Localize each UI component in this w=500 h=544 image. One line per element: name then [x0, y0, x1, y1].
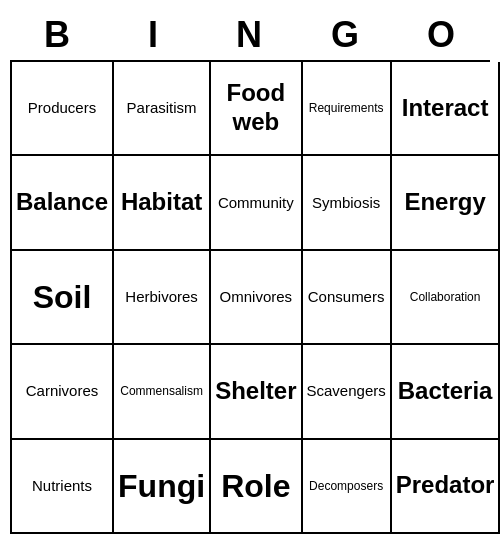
cell-text: Shelter — [215, 377, 296, 406]
cell-text: Symbiosis — [312, 194, 380, 212]
bingo-cell: Carnivores — [12, 345, 114, 439]
cell-text: Energy — [404, 188, 485, 217]
bingo-cell: Requirements — [303, 62, 392, 156]
cell-text: Carnivores — [26, 382, 99, 400]
bingo-cell: Parasitism — [114, 62, 211, 156]
cell-text: Predator — [396, 471, 495, 500]
header-letter: G — [298, 10, 394, 60]
header-letter: I — [106, 10, 202, 60]
cell-text: Scavengers — [307, 382, 386, 400]
cell-text: Commensalism — [120, 384, 203, 398]
bingo-cell: Balance — [12, 156, 114, 250]
bingo-cell: Role — [211, 440, 302, 534]
cell-text: Bacteria — [398, 377, 493, 406]
header-letter: O — [394, 10, 490, 60]
bingo-grid: ProducersParasitismFood webRequirementsI… — [10, 60, 490, 534]
bingo-cell: Collaboration — [392, 251, 500, 345]
bingo-cell: Interact — [392, 62, 500, 156]
cell-text: Soil — [33, 278, 92, 316]
header-letter: N — [202, 10, 298, 60]
cell-text: Decomposers — [309, 479, 383, 493]
cell-text: Community — [218, 194, 294, 212]
bingo-cell: Shelter — [211, 345, 302, 439]
bingo-cell: Omnivores — [211, 251, 302, 345]
header-letter: B — [10, 10, 106, 60]
bingo-cell: Symbiosis — [303, 156, 392, 250]
bingo-cell: Consumers — [303, 251, 392, 345]
bingo-cell: Fungi — [114, 440, 211, 534]
cell-text: Role — [221, 467, 290, 505]
bingo-cell: Food web — [211, 62, 302, 156]
bingo-cell: Scavengers — [303, 345, 392, 439]
cell-text: Habitat — [121, 188, 202, 217]
bingo-cell: Herbivores — [114, 251, 211, 345]
bingo-cell: Predator — [392, 440, 500, 534]
cell-text: Parasitism — [127, 99, 197, 117]
bingo-cell: Bacteria — [392, 345, 500, 439]
bingo-cell: Habitat — [114, 156, 211, 250]
bingo-card: BINGO ProducersParasitismFood webRequire… — [10, 10, 490, 534]
bingo-header: BINGO — [10, 10, 490, 60]
bingo-cell: Decomposers — [303, 440, 392, 534]
cell-text: Fungi — [118, 467, 205, 505]
cell-text: Omnivores — [220, 288, 293, 306]
cell-text: Food web — [215, 79, 296, 137]
bingo-cell: Nutrients — [12, 440, 114, 534]
bingo-cell: Producers — [12, 62, 114, 156]
cell-text: Herbivores — [125, 288, 198, 306]
bingo-cell: Community — [211, 156, 302, 250]
bingo-cell: Energy — [392, 156, 500, 250]
bingo-cell: Commensalism — [114, 345, 211, 439]
bingo-cell: Soil — [12, 251, 114, 345]
cell-text: Consumers — [308, 288, 385, 306]
cell-text: Balance — [16, 188, 108, 217]
cell-text: Interact — [402, 94, 489, 123]
cell-text: Requirements — [309, 101, 384, 115]
cell-text: Producers — [28, 99, 96, 117]
cell-text: Nutrients — [32, 477, 92, 495]
cell-text: Collaboration — [410, 290, 481, 304]
